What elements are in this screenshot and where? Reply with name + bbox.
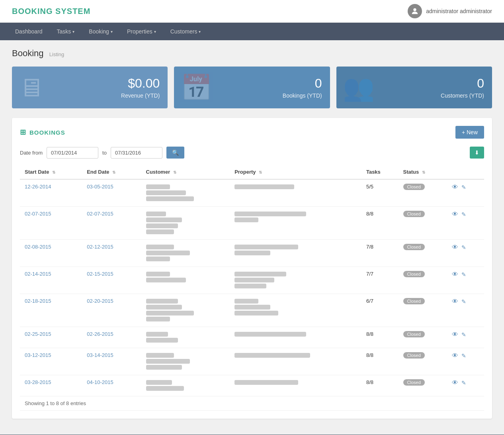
cell-property xyxy=(230,327,361,348)
end-date-link[interactable]: 03-14-2015 xyxy=(87,352,113,358)
end-date-link[interactable]: 04-10-2015 xyxy=(87,379,113,385)
cell-end-date: 02-15-2015 xyxy=(82,267,141,294)
stats-row: 🖥 $0.00 Revenue (YTD) 📅 0 Bookings (YTD)… xyxy=(12,67,492,108)
avatar xyxy=(408,4,422,18)
cell-tasks: 7/8 xyxy=(361,240,399,267)
edit-icon[interactable]: ✎ xyxy=(461,353,466,359)
start-date-link[interactable]: 02-14-2015 xyxy=(25,271,51,277)
cell-end-date: 02-12-2015 xyxy=(82,240,141,267)
cell-property xyxy=(230,348,361,375)
search-icon: 🔍 xyxy=(172,149,179,156)
col-start-date: Start Date ⇅ xyxy=(20,165,82,179)
cell-end-date: 02-26-2015 xyxy=(82,327,141,348)
status-badge: Closed xyxy=(403,271,425,277)
cell-end-date: 02-20-2015 xyxy=(82,294,141,327)
cell-start-date: 02-08-2015 xyxy=(20,240,82,267)
cell-status: Closed xyxy=(399,327,447,348)
view-icon[interactable]: 👁 xyxy=(452,211,458,218)
cell-end-date: 04-10-2015 xyxy=(82,375,141,396)
status-badge: Closed xyxy=(403,331,425,337)
status-badge: Closed xyxy=(403,244,425,250)
start-date-link[interactable]: 02-07-2015 xyxy=(25,211,51,217)
end-date-link[interactable]: 03-05-2015 xyxy=(87,184,113,190)
edit-icon[interactable]: ✎ xyxy=(461,331,466,338)
end-date-link[interactable]: 02-20-2015 xyxy=(87,298,113,304)
cell-customer xyxy=(141,240,230,267)
table-row: 03-28-201504-10-20158/8Closed👁✎ xyxy=(20,375,484,396)
cell-actions: 👁✎ xyxy=(447,375,484,396)
cell-start-date: 02-14-2015 xyxy=(20,267,82,294)
view-icon[interactable]: 👁 xyxy=(452,298,458,305)
cell-actions: 👁✎ xyxy=(447,179,484,207)
cell-customer xyxy=(141,179,230,207)
status-badge: Closed xyxy=(403,298,425,304)
edit-icon[interactable]: ✎ xyxy=(461,380,466,386)
user-label: administrator administrator xyxy=(426,8,492,14)
table-row: 02-07-201502-07-20158/8Closed👁✎ xyxy=(20,207,484,240)
main-nav: Dashboard Tasks ▾ Booking ▾ Properties ▾… xyxy=(0,23,504,40)
cell-tasks: 8/8 xyxy=(361,207,399,240)
bookings-table: Start Date ⇅ End Date ⇅ Customer ⇅ Prope… xyxy=(20,165,484,411)
nav-dashboard[interactable]: Dashboard xyxy=(8,23,50,40)
cell-actions: 👁✎ xyxy=(447,348,484,375)
bookings-label: Bookings (YTD) xyxy=(283,92,322,99)
end-date-link[interactable]: 02-15-2015 xyxy=(87,271,113,277)
col-customer: Customer ⇅ xyxy=(141,165,230,179)
panel-header: ⊞ BOOKINGS + New xyxy=(20,126,484,139)
cell-property xyxy=(230,267,361,294)
cell-actions: 👁✎ xyxy=(447,294,484,327)
table-row: 12-26-201403-05-20155/5Closed👁✎ xyxy=(20,179,484,207)
sort-icon: ⇅ xyxy=(112,170,115,174)
end-date-link[interactable]: 02-26-2015 xyxy=(87,331,113,337)
cell-status: Closed xyxy=(399,240,447,267)
edit-icon[interactable]: ✎ xyxy=(461,184,466,190)
cell-tasks: 8/8 xyxy=(361,348,399,375)
bookings-icon: 📅 xyxy=(180,72,212,102)
end-date-link[interactable]: 02-12-2015 xyxy=(87,244,113,250)
cell-property xyxy=(230,294,361,327)
end-date-link[interactable]: 02-07-2015 xyxy=(87,211,113,217)
nav-properties[interactable]: Properties ▾ xyxy=(120,23,163,40)
cell-status: Closed xyxy=(399,294,447,327)
nav-customers[interactable]: Customers ▾ xyxy=(163,23,208,40)
start-date-link[interactable]: 12-26-2014 xyxy=(25,184,51,190)
view-icon[interactable]: 👁 xyxy=(452,271,458,278)
search-button[interactable]: 🔍 xyxy=(166,147,184,159)
sort-icon: ⇅ xyxy=(259,170,262,174)
nav-booking[interactable]: Booking ▾ xyxy=(82,23,120,40)
cell-tasks: 8/8 xyxy=(361,327,399,348)
action-icons: 👁✎ xyxy=(452,379,479,386)
edit-icon[interactable]: ✎ xyxy=(461,211,466,217)
cell-tasks: 8/8 xyxy=(361,375,399,396)
revenue-value: $0.00 xyxy=(128,76,160,91)
sort-icon: ⇅ xyxy=(422,170,425,174)
date-from-input[interactable] xyxy=(47,147,98,159)
view-icon[interactable]: 👁 xyxy=(452,352,458,359)
cell-end-date: 02-07-2015 xyxy=(82,207,141,240)
brand-title: BOOKING SYSTEM xyxy=(12,7,90,16)
cell-property xyxy=(230,240,361,267)
start-date-link[interactable]: 02-08-2015 xyxy=(25,244,51,250)
edit-icon[interactable]: ✎ xyxy=(461,298,466,305)
edit-icon[interactable]: ✎ xyxy=(461,271,466,278)
export-button[interactable]: ⬇ xyxy=(470,147,484,159)
view-icon[interactable]: 👁 xyxy=(452,379,458,386)
edit-icon[interactable]: ✎ xyxy=(461,244,466,251)
new-booking-button[interactable]: + New xyxy=(455,126,484,139)
start-date-link[interactable]: 03-12-2015 xyxy=(25,352,51,358)
customers-value: 0 xyxy=(477,76,484,91)
view-icon[interactable]: 👁 xyxy=(452,331,458,338)
start-date-link[interactable]: 03-28-2015 xyxy=(25,379,51,385)
start-date-link[interactable]: 02-18-2015 xyxy=(25,298,51,304)
view-icon[interactable]: 👁 xyxy=(452,244,458,251)
cell-tasks: 6/7 xyxy=(361,294,399,327)
table-row: 02-25-201502-26-20158/8Closed👁✎ xyxy=(20,327,484,348)
stat-revenue: 🖥 $0.00 Revenue (YTD) xyxy=(12,67,168,108)
start-date-link[interactable]: 02-25-2015 xyxy=(25,331,51,337)
svg-point-0 xyxy=(414,8,416,11)
date-to-input[interactable] xyxy=(111,147,162,159)
nav-tasks[interactable]: Tasks ▾ xyxy=(50,23,82,40)
action-icons: 👁✎ xyxy=(452,211,479,218)
status-badge: Closed xyxy=(403,352,425,359)
view-icon[interactable]: 👁 xyxy=(452,184,458,191)
